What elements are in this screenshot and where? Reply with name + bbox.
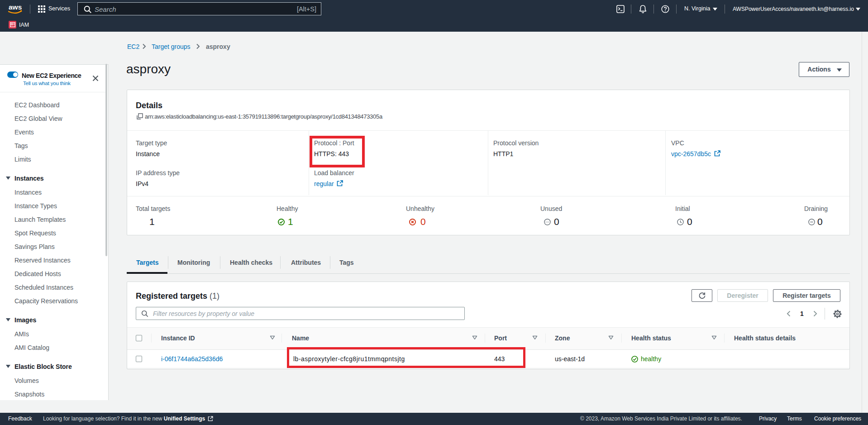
svg-text:aws: aws — [9, 3, 22, 11]
